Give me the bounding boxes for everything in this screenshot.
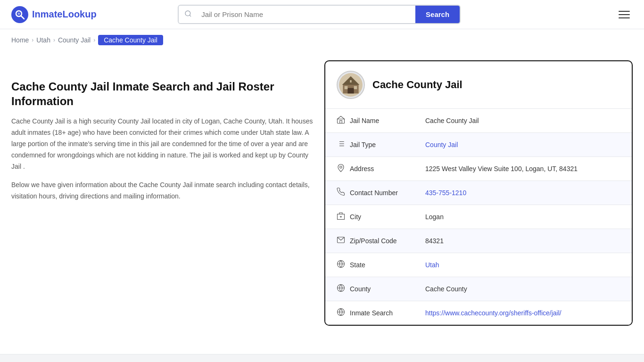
svg-point-21 bbox=[340, 166, 342, 168]
globe-icon bbox=[337, 260, 350, 270]
svg-line-1 bbox=[21, 16, 25, 19]
row-label: Address bbox=[350, 165, 425, 173]
search-button[interactable]: Search bbox=[415, 6, 460, 23]
card-header: Cache County Jail bbox=[325, 61, 632, 109]
row-value[interactable]: 435-755-1210 bbox=[425, 189, 620, 197]
breadcrumb-state[interactable]: Utah bbox=[36, 36, 50, 44]
row-value: Logan bbox=[425, 213, 620, 221]
table-row: Inmate Searchhttps://www.cachecounty.org… bbox=[325, 301, 632, 325]
svg-rect-9 bbox=[345, 86, 348, 90]
row-link[interactable]: https://www.cachecounty.org/sheriffs-off… bbox=[425, 309, 561, 317]
breadcrumb-current: Cache County Jail bbox=[98, 35, 163, 45]
mail-icon bbox=[337, 236, 350, 246]
logo-icon bbox=[11, 6, 28, 23]
row-link[interactable]: County Jail bbox=[425, 141, 458, 148]
row-value: Cache County Jail bbox=[425, 117, 620, 124]
svg-rect-11 bbox=[350, 80, 351, 82]
row-label: Contact Number bbox=[350, 189, 425, 197]
row-label: Inmate Search bbox=[350, 309, 425, 317]
card-title: Cache County Jail bbox=[372, 79, 462, 91]
row-label: Jail Name bbox=[350, 117, 425, 124]
right-column: Cache County Jail Jail NameCache County … bbox=[324, 60, 633, 326]
county-icon bbox=[337, 284, 350, 294]
city-icon bbox=[337, 212, 350, 222]
left-column: Cache County Jail Inmate Search and Jail… bbox=[11, 60, 313, 326]
search-input[interactable] bbox=[198, 6, 415, 23]
svg-rect-10 bbox=[354, 86, 357, 90]
svg-rect-8 bbox=[347, 88, 354, 94]
table-row: StateUtah bbox=[325, 253, 632, 277]
table-row: CountyCache County bbox=[325, 277, 632, 301]
breadcrumb: Home › Utah › County Jail › Cache County… bbox=[0, 29, 644, 51]
table-row: Contact Number435-755-1210 bbox=[325, 181, 632, 205]
table-row: Zip/Postal Code84321 bbox=[325, 229, 632, 253]
info-card: Cache County Jail Jail NameCache County … bbox=[324, 60, 633, 326]
jail-avatar bbox=[337, 71, 365, 99]
menu-button[interactable] bbox=[616, 8, 633, 21]
row-label: County bbox=[350, 285, 425, 293]
logo-text: InmateLookup bbox=[32, 9, 97, 20]
table-row: Jail NameCache County Jail bbox=[325, 109, 632, 133]
breadcrumb-home[interactable]: Home bbox=[11, 36, 29, 44]
row-value[interactable]: Utah bbox=[425, 261, 620, 269]
search-bar: Search bbox=[178, 5, 461, 24]
header: InmateLookup Search bbox=[0, 0, 644, 29]
breadcrumb-chevron-2: › bbox=[53, 37, 55, 43]
table-row: Address1225 West Valley View Suite 100, … bbox=[325, 157, 632, 181]
search-icon bbox=[179, 6, 198, 23]
breadcrumb-category[interactable]: County Jail bbox=[58, 36, 91, 44]
svg-marker-13 bbox=[338, 116, 345, 119]
svg-point-2 bbox=[18, 12, 20, 15]
row-link[interactable]: Utah bbox=[425, 261, 439, 269]
breadcrumb-chevron-3: › bbox=[93, 37, 95, 43]
table-row: Jail TypeCounty Jail bbox=[325, 133, 632, 157]
breadcrumb-chevron-1: › bbox=[32, 37, 33, 43]
svg-rect-12 bbox=[338, 119, 345, 123]
row-value: 84321 bbox=[425, 237, 620, 245]
row-label: Zip/Postal Code bbox=[350, 237, 425, 245]
description-1: Cache County Jail is a high security Cou… bbox=[11, 116, 313, 172]
table-row: CityLogan bbox=[325, 205, 632, 229]
row-label: Jail Type bbox=[350, 141, 425, 148]
svg-line-4 bbox=[190, 15, 191, 16]
list-icon bbox=[337, 140, 350, 150]
row-value[interactable]: https://www.cachecounty.org/sheriffs-off… bbox=[425, 309, 620, 317]
svg-point-3 bbox=[185, 11, 190, 16]
row-label: State bbox=[350, 261, 425, 269]
page-title: Cache County Jail Inmate Search and Jail… bbox=[11, 79, 313, 108]
jail-icon bbox=[337, 115, 350, 126]
row-label: City bbox=[350, 213, 425, 221]
info-rows: Jail NameCache County JailJail TypeCount… bbox=[325, 109, 632, 325]
description-2: Below we have given information about th… bbox=[11, 180, 313, 202]
footer-bar bbox=[0, 354, 644, 362]
row-value: 1225 West Valley View Suite 100, Logan, … bbox=[425, 165, 620, 173]
search-globe-icon bbox=[337, 308, 350, 318]
svg-rect-14 bbox=[340, 121, 342, 123]
row-link[interactable]: 435-755-1210 bbox=[425, 189, 466, 197]
phone-icon bbox=[337, 188, 350, 198]
main-content: Cache County Jail Inmate Search and Jail… bbox=[0, 51, 644, 335]
row-value: Cache County bbox=[425, 285, 620, 293]
row-value[interactable]: County Jail bbox=[425, 141, 620, 148]
logo-link[interactable]: InmateLookup bbox=[11, 6, 97, 23]
location-icon bbox=[337, 164, 350, 174]
